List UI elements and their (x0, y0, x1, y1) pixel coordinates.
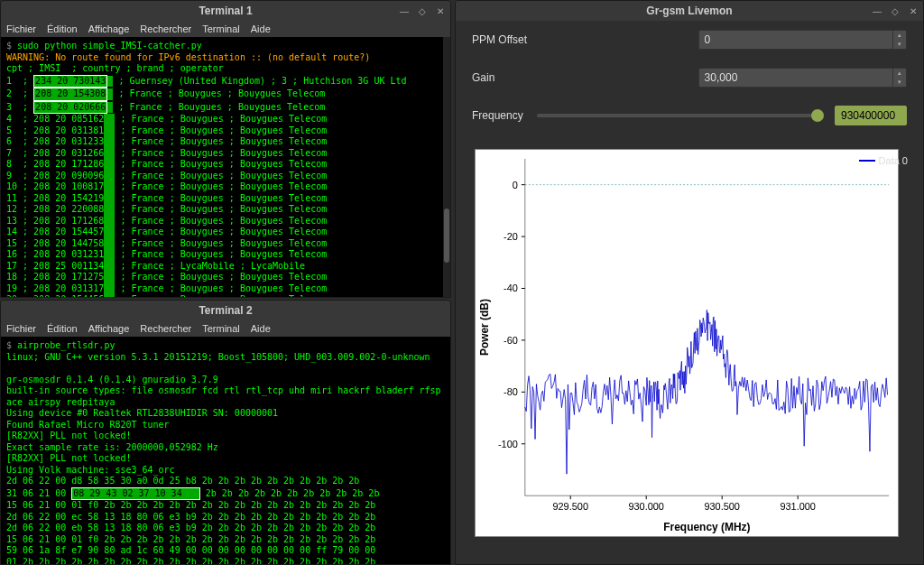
spin-down-icon[interactable]: ▾ (893, 40, 906, 49)
svg-text:0: 0 (513, 180, 518, 190)
livemon-title: Gr-gsm Livemon (463, 5, 916, 17)
spectrum-chart[interactable]: 0-20-40-60-80-100929.500930.000930.50093… (475, 149, 899, 537)
slider-thumb[interactable] (811, 109, 824, 122)
spin-up-icon[interactable]: ▴ (893, 31, 906, 40)
minimize-icon[interactable]: — (398, 5, 411, 17)
scrollbar[interactable] (443, 37, 450, 298)
svg-text:930.500: 930.500 (704, 501, 740, 512)
svg-text:929.500: 929.500 (552, 501, 588, 512)
svg-text:-80: -80 (504, 386, 518, 397)
ppm-label: PPM Offset (472, 33, 698, 46)
terminal2-menubar: FichierÉditionAffichageRechercherTermina… (1, 320, 450, 337)
menu-fichier[interactable]: Fichier (6, 323, 36, 334)
menu-terminal[interactable]: Terminal (202, 23, 240, 34)
ppm-input[interactable]: ▴▾ (698, 30, 907, 50)
menu-rechercher[interactable]: Rechercher (140, 323, 191, 334)
menu-affichage[interactable]: Affichage (88, 23, 130, 34)
svg-text:-100: -100 (498, 439, 518, 449)
spin-up-icon[interactable]: ▴ (893, 69, 906, 78)
gain-value[interactable] (699, 71, 892, 84)
menu-affichage[interactable]: Affichage (88, 323, 130, 334)
menu-aide[interactable]: Aide (251, 23, 271, 34)
maximize-icon[interactable]: ◇ (416, 5, 429, 17)
menu-rechercher[interactable]: Rechercher (140, 23, 191, 34)
terminal1-titlebar[interactable]: Terminal 1 — ◇ ✕ (1, 1, 450, 21)
menu-aide[interactable]: Aide (251, 323, 271, 334)
menu-terminal[interactable]: Terminal (202, 323, 240, 334)
minimize-icon[interactable]: — (871, 5, 883, 17)
terminal1-menubar: FichierÉditionAffichageRechercherTermina… (1, 21, 450, 37)
svg-text:931.000: 931.000 (780, 501, 816, 512)
freq-input[interactable]: ▴▾ (835, 106, 907, 125)
terminal2-title: Terminal 2 (8, 304, 443, 317)
gain-label: Gain (472, 71, 698, 84)
svg-text:Power (dB): Power (dB) (478, 299, 491, 356)
svg-text:-60: -60 (504, 335, 518, 346)
terminal2-titlebar[interactable]: Terminal 2 (1, 301, 450, 320)
menu-édition[interactable]: Édition (47, 323, 78, 334)
close-icon[interactable]: ✕ (907, 5, 919, 17)
livemon-titlebar[interactable]: Gr-gsm Livemon — ◇ ✕ (456, 1, 923, 21)
freq-label: Frequency (472, 109, 526, 122)
freq-value[interactable] (836, 109, 924, 122)
terminal2-output[interactable]: $ airprobe_rtlsdr.py linux; GNU C++ vers… (1, 337, 450, 565)
menu-édition[interactable]: Édition (47, 23, 78, 34)
spin-down-icon[interactable]: ▾ (893, 78, 906, 87)
legend-line-icon (859, 160, 875, 162)
gain-input[interactable]: ▴▾ (698, 68, 907, 88)
svg-text:930.000: 930.000 (628, 501, 664, 512)
legend-label: Data 0 (879, 155, 908, 166)
terminal1-output[interactable]: $ sudo python simple_IMSI-catcher.py WAR… (1, 37, 450, 298)
ppm-value[interactable] (699, 33, 892, 46)
chart-legend: Data 0 (859, 155, 908, 166)
menu-fichier[interactable]: Fichier (6, 23, 36, 34)
freq-slider[interactable] (537, 114, 824, 117)
svg-text:-20: -20 (504, 231, 518, 242)
maximize-icon[interactable]: ◇ (889, 5, 901, 17)
close-icon[interactable]: ✕ (434, 5, 447, 17)
svg-text:-40: -40 (504, 282, 518, 293)
svg-text:Frequency (MHz): Frequency (MHz) (663, 521, 750, 533)
terminal1-title: Terminal 1 (8, 5, 443, 17)
